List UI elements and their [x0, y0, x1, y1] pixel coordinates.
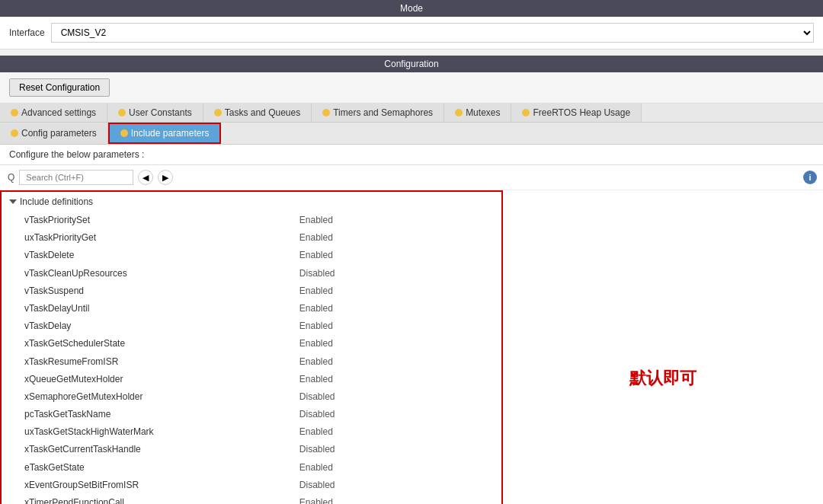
param-name: vTaskSuspend: [2, 282, 277, 300]
mode-bar: Mode: [0, 0, 823, 17]
tab-timers-semaphores[interactable]: Timers and Semaphores: [312, 104, 444, 122]
param-value: Enabled: [277, 317, 501, 335]
tab-user-constants[interactable]: User Constants: [107, 104, 203, 122]
search-row: Q ◀ ▶ i: [0, 165, 823, 190]
table-row[interactable]: xQueueGetMutexHolder Enabled: [2, 371, 501, 388]
param-name: vTaskDelayUntil: [2, 300, 277, 317]
param-name: vTaskCleanUpResources: [2, 265, 277, 282]
param-value: Disabled: [277, 477, 501, 494]
tab-label: FreeRTOS Heap Usage: [533, 107, 630, 118]
param-table: vTaskPrioritySet Enabled uxTaskPriorityG…: [2, 212, 501, 504]
param-name: uxTaskGetStackHighWaterMark: [2, 423, 277, 441]
dot-icon: [455, 109, 463, 116]
dot-icon: [11, 109, 18, 116]
tab-label: Config parameters: [21, 128, 97, 139]
tab-advanced-settings[interactable]: Advanced settings: [0, 104, 107, 122]
reset-row: Reset Configuration: [0, 72, 823, 104]
param-value: Enabled: [277, 423, 501, 441]
param-value: Disabled: [277, 406, 501, 423]
table-row[interactable]: xTaskGetCurrentTaskHandle Disabled: [2, 441, 501, 458]
param-value: Disabled: [277, 265, 501, 282]
param-value: Enabled: [277, 282, 501, 300]
param-value: Enabled: [277, 247, 501, 264]
tabs-row1: Advanced settings User Constants Tasks a…: [0, 104, 823, 123]
configure-label: Configure the below parameters :: [0, 145, 823, 165]
param-name: vTaskDelay: [2, 317, 277, 335]
nav-next-button[interactable]: ▶: [158, 170, 173, 185]
param-value: Enabled: [277, 229, 501, 247]
right-panel: 默认即可: [503, 190, 823, 504]
dot-icon: [522, 109, 530, 116]
table-row[interactable]: xTaskResumeFromISR Enabled: [2, 353, 501, 371]
tab-config-params[interactable]: Config parameters: [0, 123, 108, 144]
tab-tasks-queues[interactable]: Tasks and Queues: [203, 104, 312, 122]
table-row[interactable]: vTaskDelete Enabled: [2, 247, 501, 264]
mode-label: Mode: [400, 3, 423, 14]
interface-select[interactable]: CMSIS_V2: [51, 23, 814, 43]
tab-label: Tasks and Queues: [225, 107, 300, 118]
table-row[interactable]: xSemaphoreGetMutexHolder Disabled: [2, 388, 501, 406]
table-row[interactable]: xEventGroupSetBitFromISR Disabled: [2, 477, 501, 494]
param-name: pcTaskGetTaskName: [2, 406, 277, 423]
param-name: xSemaphoreGetMutexHolder: [2, 388, 277, 406]
table-row[interactable]: xTimerPendFunctionCall Enabled: [2, 494, 501, 504]
config-label: Configuration: [384, 59, 438, 69]
param-value: Enabled: [277, 353, 501, 371]
table-row[interactable]: vTaskPrioritySet Enabled: [2, 212, 501, 229]
param-value: Enabled: [277, 335, 501, 352]
left-panel: Include definitions vTaskPrioritySet Ena…: [0, 190, 503, 504]
tab-include-params[interactable]: Include parameters: [108, 123, 222, 144]
param-name: xTaskGetSchedulerState: [2, 335, 277, 352]
tab-mutexes[interactable]: Mutexes: [444, 104, 511, 122]
param-value: Enabled: [277, 212, 501, 229]
table-row[interactable]: xTaskGetSchedulerState Enabled: [2, 335, 501, 352]
tabs-row2: Config parameters Include parameters: [0, 123, 823, 145]
param-value: Disabled: [277, 388, 501, 406]
table-row[interactable]: uxTaskGetStackHighWaterMark Enabled: [2, 423, 501, 441]
section-label: Include definitions: [20, 196, 93, 207]
table-row[interactable]: vTaskDelayUntil Enabled: [2, 300, 501, 317]
interface-row: Interface CMSIS_V2: [0, 17, 823, 49]
dot-icon: [120, 129, 128, 137]
reset-config-button[interactable]: Reset Configuration: [9, 78, 110, 97]
config-bar: Configuration: [0, 56, 823, 72]
dot-icon: [214, 109, 222, 116]
dot-icon: [118, 109, 126, 116]
tab-label: Mutexes: [466, 107, 500, 118]
table-row[interactable]: vTaskDelay Enabled: [2, 317, 501, 335]
param-value: Enabled: [277, 494, 501, 504]
tab-label: Include parameters: [131, 128, 210, 139]
param-value: Enabled: [277, 459, 501, 477]
param-name: vTaskDelete: [2, 247, 277, 264]
param-name: xQueueGetMutexHolder: [2, 371, 277, 388]
table-row[interactable]: eTaskGetState Enabled: [2, 459, 501, 477]
info-icon: i: [803, 171, 817, 184]
param-name: xTaskResumeFromISR: [2, 353, 277, 371]
dot-icon: [11, 129, 18, 137]
tab-freertos-heap[interactable]: FreeRTOS Heap Usage: [511, 104, 642, 122]
table-row[interactable]: vTaskSuspend Enabled: [2, 282, 501, 300]
dot-icon: [322, 109, 330, 116]
search-input[interactable]: [19, 170, 133, 185]
tab-label: Timers and Semaphores: [333, 107, 433, 118]
param-name: xTimerPendFunctionCall: [2, 494, 277, 504]
interface-label: Interface: [9, 27, 45, 38]
tab-label: User Constants: [129, 107, 192, 118]
content-area: Include definitions vTaskPrioritySet Ena…: [0, 190, 823, 504]
search-q-icon: Q: [8, 172, 14, 183]
param-name: vTaskPrioritySet: [2, 212, 277, 229]
param-name: eTaskGetState: [2, 459, 277, 477]
table-row[interactable]: vTaskCleanUpResources Disabled: [2, 265, 501, 282]
param-value: Disabled: [277, 441, 501, 458]
table-row[interactable]: pcTaskGetTaskName Disabled: [2, 406, 501, 423]
section-header: Include definitions: [2, 192, 501, 212]
param-name: xEventGroupSetBitFromISR: [2, 477, 277, 494]
tab-label: Advanced settings: [21, 107, 96, 118]
param-name: xTaskGetCurrentTaskHandle: [2, 441, 277, 458]
annotation-text: 默认即可: [629, 367, 697, 390]
table-row[interactable]: uxTaskPriorityGet Enabled: [2, 229, 501, 247]
nav-prev-button[interactable]: ◀: [138, 170, 153, 185]
collapse-icon[interactable]: [9, 199, 17, 204]
param-value: Enabled: [277, 300, 501, 317]
param-name: uxTaskPriorityGet: [2, 229, 277, 247]
